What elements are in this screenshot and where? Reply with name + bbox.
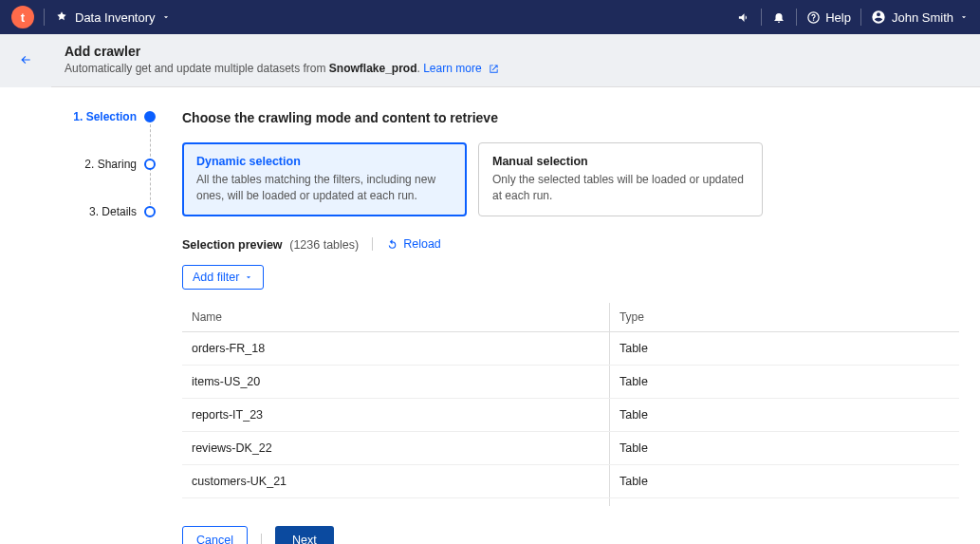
cell-type: Table	[609, 464, 959, 497]
cell-type: Table	[609, 365, 959, 398]
module-icon	[54, 9, 69, 25]
back-button[interactable]	[16, 53, 35, 69]
next-button[interactable]: Next	[275, 526, 334, 544]
step-details[interactable]: 3. Details	[51, 205, 156, 218]
announce-icon[interactable]	[736, 9, 751, 25]
bell-icon[interactable]	[771, 9, 786, 25]
user-icon	[871, 9, 886, 25]
table-row[interactable]: reviews-DK_22Table	[182, 431, 959, 464]
cell-name: items-US_20	[182, 365, 609, 398]
step-dot-active	[144, 111, 156, 122]
cell-name: sales-GE_19	[182, 497, 609, 507]
preview-table: Name Type	[182, 303, 959, 332]
col-type: Type	[609, 303, 959, 332]
table-row[interactable]: items-US_20Table	[182, 365, 959, 398]
section-title: Choose the crawling mode and content to …	[182, 110, 959, 125]
app-logo[interactable]: t	[11, 6, 34, 28]
step-dot	[144, 159, 156, 170]
learn-more-link[interactable]: Learn more	[423, 62, 499, 75]
user-menu[interactable]: John Smith	[871, 9, 969, 25]
top-nav: t Data Inventory Help John Smith	[0, 0, 980, 34]
cell-name: reviews-DK_22	[182, 431, 609, 464]
external-link-icon	[489, 64, 499, 74]
reload-icon	[386, 238, 398, 251]
module-dropdown[interactable]: Data Inventory	[75, 10, 171, 25]
table-row[interactable]: sales-GE_19Table	[182, 497, 959, 507]
wizard-stepper: 1. Selection 2. Sharing 3. Details	[51, 87, 156, 544]
chevron-down-icon	[959, 12, 969, 22]
preview-label: Selection preview (1236 tables)	[182, 237, 359, 252]
cell-type: Table	[609, 332, 959, 366]
cell-name: customers-UK_21	[182, 464, 609, 497]
help-icon	[806, 10, 821, 25]
cell-type: Table	[609, 497, 959, 507]
step-selection[interactable]: 1. Selection	[51, 110, 156, 123]
add-filter-button[interactable]: Add filter	[182, 265, 264, 290]
table-row[interactable]: orders-FR_18Table	[182, 332, 959, 366]
cell-name: reports-IT_23	[182, 398, 609, 431]
mode-manual-card[interactable]: Manual selection Only the selected table…	[478, 142, 763, 216]
page-subtitle: Automatically get and update multiple da…	[65, 62, 967, 75]
cell-type: Table	[609, 431, 959, 464]
table-row[interactable]: customers-UK_21Table	[182, 464, 959, 497]
table-row[interactable]: reports-IT_23Table	[182, 398, 959, 431]
module-label: Data Inventory	[75, 10, 156, 25]
help-link[interactable]: Help	[806, 10, 851, 25]
cell-type: Table	[609, 398, 959, 431]
step-sharing[interactable]: 2. Sharing	[51, 158, 156, 171]
reload-button[interactable]: Reload	[386, 237, 441, 251]
chevron-down-icon	[244, 272, 253, 282]
col-name: Name	[182, 303, 609, 332]
step-dot	[144, 206, 156, 217]
cell-name: orders-FR_18	[182, 332, 609, 366]
page-title: Add crawler	[65, 44, 967, 59]
cancel-button[interactable]: Cancel	[182, 526, 248, 544]
mode-dynamic-card[interactable]: Dynamic selection All the tables matchin…	[182, 142, 467, 216]
chevron-down-icon	[161, 12, 171, 22]
